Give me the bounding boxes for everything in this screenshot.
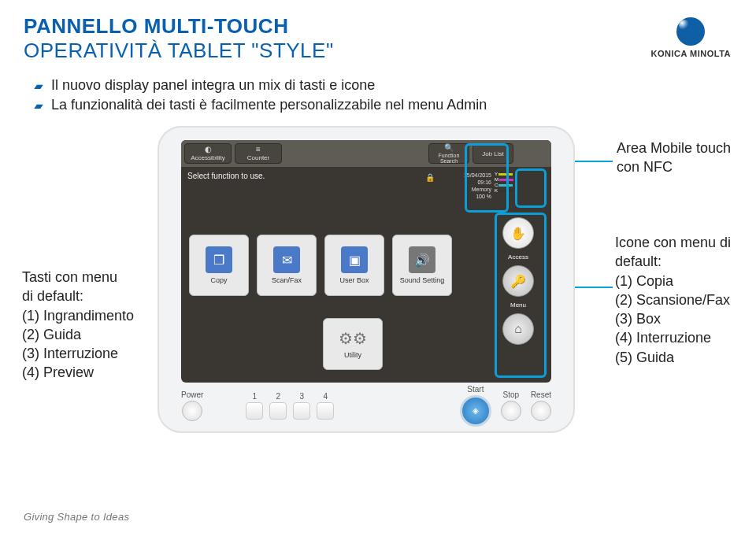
scanfax-icon: ✉ — [273, 246, 300, 273]
start-icon: ◈ — [460, 395, 491, 427]
utility-tile[interactable]: ⚙⚙ Utility — [323, 318, 383, 370]
left-callout-item-3: (3) Interruzione — [22, 344, 134, 363]
hand-icon[interactable]: ✋ — [502, 217, 534, 249]
stop-label: Stop — [503, 390, 520, 399]
home-icon[interactable]: ⌂ — [502, 313, 534, 345]
utility-label: Utility — [344, 351, 361, 359]
left-callout-title: Tasti con menudi default: — [22, 268, 134, 306]
counter-label: Counter — [247, 154, 269, 161]
hardware-button-row: Power 1 2 3 4 Start ◈ Stop Reset — [181, 387, 551, 423]
reset-icon — [531, 401, 551, 421]
num-1[interactable]: 1 — [246, 392, 263, 420]
number-keys: 1 2 3 4 — [246, 392, 334, 420]
brand-text: KONICA MINOLTA — [650, 49, 731, 58]
app-row: ❐ Copy ✉ Scan/Fax ▣ User Box 🔊 Sound Set… — [189, 235, 452, 296]
start-label: Start — [467, 385, 484, 394]
power-button[interactable]: Power — [181, 390, 203, 421]
gear-icon: ⚙⚙ — [339, 329, 367, 348]
highlight-joblist — [465, 143, 509, 213]
bullet-2: La funzionalità dei tasti è facilmente p… — [35, 97, 487, 113]
right-callout-item-5: (5) Guida — [615, 348, 731, 367]
counter-button[interactable]: ≡ Counter — [235, 143, 282, 164]
left-callout-item-1: (1) Ingrandimento — [22, 306, 134, 325]
copy-label: Copy — [210, 276, 227, 284]
sound-label: Sound Setting — [400, 276, 445, 284]
stop-icon — [501, 401, 521, 421]
function-search-label: Function Search — [429, 153, 469, 164]
lock-icon: 🔒 — [425, 173, 435, 182]
footer-tagline: Giving Shape to Ideas — [24, 511, 129, 523]
right-callout-item-2: (2) Scansione/Fax — [615, 290, 731, 309]
key-icon[interactable]: 🔑 — [502, 265, 534, 297]
left-callout-item-4: (4) Preview — [22, 363, 134, 382]
accessibility-label: Accessibility — [191, 154, 225, 161]
right-callout-item-3: (3) Box — [615, 309, 731, 328]
touch-screen: ◐ Accessibility ≡ Counter 🔍 Function Sea… — [181, 140, 551, 383]
callout-line-icons — [569, 287, 613, 288]
power-icon — [182, 401, 202, 421]
right-callout-title: Icone con menu didefault: — [615, 233, 731, 272]
left-callout-item-2: (2) Guida — [22, 325, 134, 344]
sound-tile[interactable]: 🔊 Sound Setting — [392, 235, 452, 296]
brand-logo: KONICA MINOLTA — [650, 17, 731, 58]
num-4[interactable]: 4 — [317, 392, 334, 420]
userbox-icon: ▣ — [341, 246, 368, 273]
num-1-label: 1 — [253, 392, 258, 401]
copy-icon: ❐ — [206, 246, 232, 273]
search-icon: 🔍 — [444, 144, 454, 152]
right-callout-icons: Icone con menu didefault: (1) Copia (2) … — [615, 233, 731, 367]
right-callout-item-4: (4) Interruzione — [615, 328, 731, 347]
userbox-label: User Box — [339, 276, 369, 284]
brand-globe-icon — [676, 17, 705, 46]
num-3[interactable]: 3 — [293, 392, 310, 420]
reset-label: Reset — [531, 390, 551, 399]
title-line-2: OPERATIVITÀ TABLET "STYLE" — [24, 39, 334, 63]
menu-label: Menu — [510, 301, 526, 309]
scanfax-label: Scan/Fax — [272, 276, 302, 284]
bullet-list: Il nuovo display panel integra un mix di… — [35, 77, 487, 117]
num-2-label: 2 — [276, 392, 281, 401]
access-label: Access — [508, 253, 528, 261]
stop-button[interactable]: Stop — [501, 390, 521, 421]
counter-icon: ≡ — [256, 146, 261, 153]
num-4-label: 4 — [324, 392, 328, 401]
right-callout-item-1: (1) Copia — [615, 272, 731, 290]
copy-tile[interactable]: ❐ Copy — [189, 235, 249, 296]
highlight-nfc — [515, 168, 547, 208]
page-header: PANNELLO MULTI-TOUCH OPERATIVITÀ TABLET … — [24, 14, 334, 63]
reset-button[interactable]: Reset — [531, 390, 551, 421]
num-2[interactable]: 2 — [269, 392, 287, 420]
power-label: Power — [181, 390, 203, 399]
accessibility-icon: ◐ — [205, 146, 212, 153]
scanfax-tile[interactable]: ✉ Scan/Fax — [257, 235, 317, 296]
left-callout: Tasti con menudi default: (1) Ingrandime… — [22, 268, 134, 383]
title-line-1: PANNELLO MULTI-TOUCH — [24, 14, 334, 39]
accessibility-button[interactable]: ◐ Accessibility — [184, 143, 232, 164]
device-panel: ◐ Accessibility ≡ Counter 🔍 Function Sea… — [158, 126, 575, 433]
side-icon-column: ✋ Access 🔑 Menu ⌂ — [496, 217, 540, 345]
start-button[interactable]: Start ◈ — [460, 385, 491, 427]
right-callout-nfc: Area Mobile touchcon NFC — [617, 139, 731, 177]
function-search-button[interactable]: 🔍 Function Search — [428, 143, 469, 164]
sound-icon: 🔊 — [409, 246, 435, 273]
userbox-tile[interactable]: ▣ User Box — [324, 235, 384, 296]
num-3-label: 3 — [300, 392, 305, 401]
bullet-1: Il nuovo display panel integra un mix di… — [35, 77, 487, 94]
